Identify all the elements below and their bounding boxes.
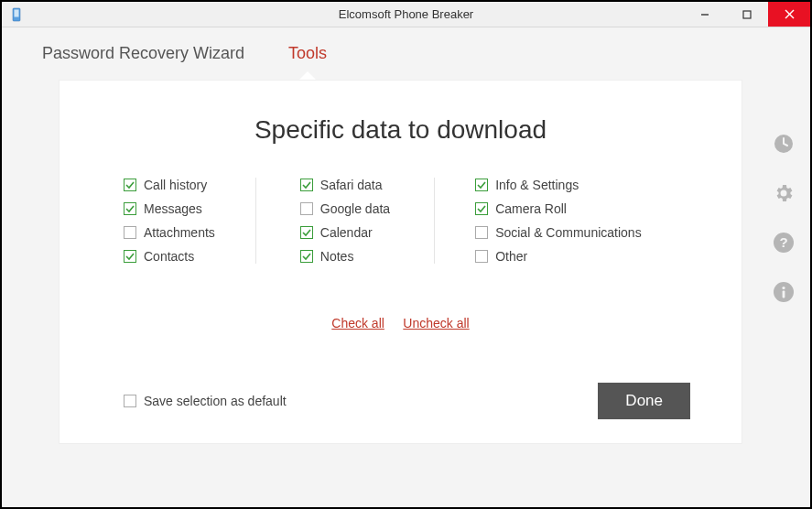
option-label: Camera Roll xyxy=(495,201,567,216)
option-label: Attachments xyxy=(144,225,215,240)
help-icon[interactable]: ? xyxy=(772,231,796,254)
svg-rect-3 xyxy=(743,11,751,18)
app-icon xyxy=(9,7,24,22)
info-icon[interactable] xyxy=(772,280,796,304)
svg-text:?: ? xyxy=(779,234,787,250)
option-info-settings[interactable]: Info & Settings xyxy=(475,178,642,192)
link-row: Check all Uncheck all xyxy=(114,315,687,331)
option-label: Google data xyxy=(320,201,390,216)
minimize-button[interactable] xyxy=(684,2,726,27)
checkbox-icon xyxy=(124,395,136,407)
option-messages[interactable]: Messages xyxy=(124,201,215,216)
side-toolbar: ? xyxy=(772,132,796,304)
save-default-label: Save selection as default xyxy=(144,394,287,408)
checkbox-icon xyxy=(124,226,136,239)
option-label: Info & Settings xyxy=(495,178,579,192)
option-label: Social & Communications xyxy=(495,225,642,240)
checkbox-icon xyxy=(124,250,136,263)
gear-icon[interactable] xyxy=(772,181,796,205)
history-icon[interactable] xyxy=(772,132,796,156)
checkbox-icon xyxy=(475,202,488,215)
option-social-communications[interactable]: Social & Communications xyxy=(475,225,642,240)
panel-title: Specific data to download xyxy=(114,115,687,145)
titlebar: Elcomsoft Phone Breaker xyxy=(2,2,810,27)
svg-rect-11 xyxy=(783,291,785,298)
svg-point-10 xyxy=(782,287,785,289)
option-label: Notes xyxy=(320,249,354,264)
close-button[interactable] xyxy=(768,2,810,27)
tab-password-recovery[interactable]: Password Recovery Wizard xyxy=(42,44,244,80)
tab-tools[interactable]: Tools xyxy=(288,44,327,80)
option-label: Messages xyxy=(144,201,202,216)
window-controls xyxy=(684,2,810,27)
option-safari-data[interactable]: Safari data xyxy=(300,178,390,192)
checkbox-icon xyxy=(475,250,488,263)
option-label: Safari data xyxy=(320,178,383,192)
option-calendar[interactable]: Calendar xyxy=(300,225,390,240)
svg-rect-1 xyxy=(15,9,19,16)
checkbox-icon xyxy=(300,179,313,191)
checkbox-icon xyxy=(300,250,313,263)
option-other[interactable]: Other xyxy=(475,249,642,264)
option-label: Contacts xyxy=(144,249,194,264)
option-camera-roll[interactable]: Camera Roll xyxy=(475,201,642,216)
tab-bar: Password Recovery Wizard Tools xyxy=(2,27,810,80)
option-attachments[interactable]: Attachments xyxy=(124,225,215,240)
checkbox-icon xyxy=(475,226,488,239)
checkbox-icon xyxy=(475,179,488,191)
option-notes[interactable]: Notes xyxy=(300,249,390,264)
checkbox-icon xyxy=(124,202,136,215)
maximize-button[interactable] xyxy=(726,2,768,27)
option-contacts[interactable]: Contacts xyxy=(124,249,215,264)
checkbox-icon xyxy=(124,179,136,191)
option-call-history[interactable]: Call history xyxy=(124,178,215,192)
save-default-checkbox[interactable]: Save selection as default xyxy=(124,394,287,408)
download-panel: Specific data to download Call historyMe… xyxy=(59,80,742,444)
done-button[interactable]: Done xyxy=(598,383,690,419)
option-label: Call history xyxy=(144,178,207,192)
uncheck-all-link[interactable]: Uncheck all xyxy=(403,316,469,330)
check-all-link[interactable]: Check all xyxy=(331,316,384,330)
option-label: Other xyxy=(495,249,527,264)
options-columns: Call historyMessagesAttachmentsContacts … xyxy=(114,178,687,264)
option-google-data[interactable]: Google data xyxy=(300,201,390,216)
checkbox-icon xyxy=(300,202,313,215)
option-label: Calendar xyxy=(320,225,373,240)
checkbox-icon xyxy=(300,226,313,239)
